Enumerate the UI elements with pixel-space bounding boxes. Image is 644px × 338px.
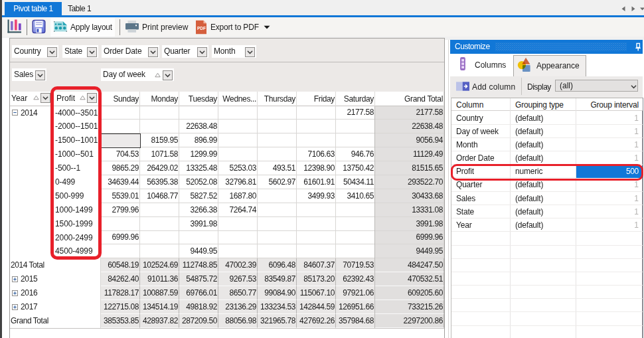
svg-text:PDF: PDF bbox=[197, 26, 206, 31]
